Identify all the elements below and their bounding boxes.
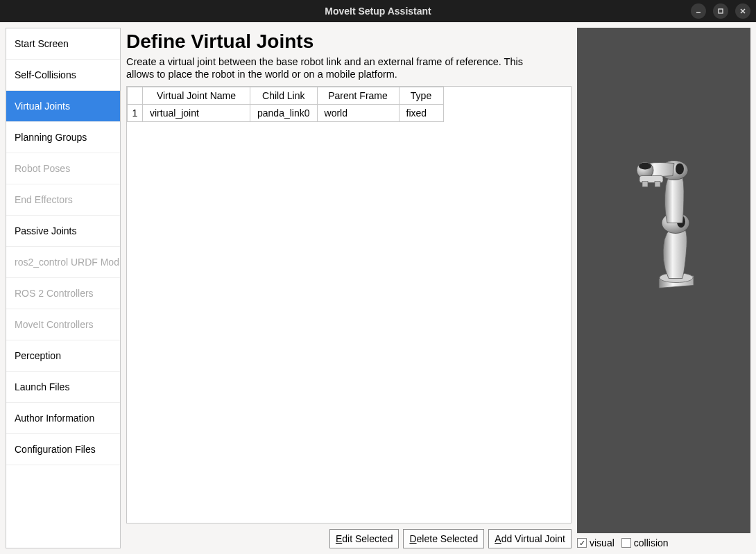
virtual-joints-table[interactable]: Virtual Joint Name Child Link Parent Fra…	[127, 87, 444, 122]
titlebar-controls	[691, 3, 750, 19]
close-button[interactable]	[735, 3, 750, 19]
maximize-icon	[717, 8, 724, 15]
sidebar-item-self-collisions[interactable]: Self-Collisions	[6, 60, 120, 91]
sidebar-item-ros2-controllers: ROS 2 Controllers	[6, 278, 120, 309]
sidebar-item-planning-groups[interactable]: Planning Groups	[6, 122, 120, 153]
minimize-icon	[695, 8, 702, 15]
visual-checkbox-label[interactable]: ✓ visual	[577, 537, 615, 548]
button-row: Edit Selected Delete Selected Add Virtua…	[126, 529, 572, 548]
sidebar-item-launch-files[interactable]: Launch Files	[6, 372, 120, 403]
maximize-button[interactable]	[713, 3, 728, 19]
sidebar-item-start-screen[interactable]: Start Screen	[6, 28, 120, 60]
main-panel: Define Virtual Joints Create a virtual j…	[126, 28, 572, 548]
cell-parent-frame[interactable]: world	[317, 105, 399, 122]
titlebar: MoveIt Setup Assistant	[0, 0, 756, 22]
visual-checkbox[interactable]: ✓	[577, 538, 587, 548]
sidebar-item-ros2-control-urdf: ros2_control URDF Modifications	[6, 247, 120, 278]
sidebar-item-label: Virtual Joints	[15, 101, 70, 112]
collision-checkbox[interactable]	[621, 538, 631, 548]
sidebar-item-robot-poses: Robot Poses	[6, 153, 120, 184]
sidebar-item-configuration-files[interactable]: Configuration Files	[6, 434, 120, 465]
visual-label-text: visual	[590, 537, 615, 548]
page-title: Define Virtual Joints	[126, 31, 572, 53]
app-body: Start Screen Self-Collisions Virtual Joi…	[0, 22, 756, 554]
sidebar-item-label: Configuration Files	[15, 444, 96, 455]
sidebar-item-label: Author Information	[15, 413, 94, 424]
sidebar-item-author-information[interactable]: Author Information	[6, 403, 120, 434]
table-row[interactable]: 1 virtual_joint panda_link0 world fixed	[128, 105, 444, 122]
svg-point-10	[639, 163, 651, 170]
col-header-type[interactable]: Type	[399, 87, 443, 105]
cell-name[interactable]: virtual_joint	[143, 105, 250, 122]
svg-rect-13	[655, 182, 660, 187]
col-header-child-link[interactable]: Child Link	[250, 87, 318, 105]
sidebar-item-label: Planning Groups	[15, 132, 87, 143]
sidebar-item-moveit-controllers: MoveIt Controllers	[6, 309, 120, 340]
right-panel: ✓ visual collision	[577, 28, 750, 548]
sidebar-item-label: Passive Joints	[15, 225, 76, 236]
sidebar-item-label: ROS 2 Controllers	[15, 288, 94, 299]
svg-rect-1	[719, 9, 723, 13]
edit-selected-button[interactable]: Edit Selected	[329, 529, 400, 548]
sidebar-item-label: End Effectors	[15, 194, 73, 205]
collision-label-text: collision	[634, 537, 669, 548]
sidebar-item-passive-joints[interactable]: Passive Joints	[6, 216, 120, 247]
sidebar-item-label: Launch Files	[15, 381, 69, 392]
virtual-joints-table-wrap: Virtual Joint Name Child Link Parent Fra…	[126, 86, 572, 523]
page-description: Create a virtual joint between the base …	[126, 55, 542, 80]
app-window: MoveIt Setup Assistant Start Screen Self…	[0, 0, 756, 554]
window-title: MoveIt Setup Assistant	[325, 6, 431, 17]
robot-arm-icon	[577, 28, 750, 533]
sidebar-item-label: ros2_control URDF Modifications	[15, 257, 120, 268]
svg-point-8	[676, 164, 684, 175]
cell-child-link[interactable]: panda_link0	[250, 105, 318, 122]
svg-rect-12	[642, 182, 648, 187]
sidebar-item-end-effectors: End Effectors	[6, 184, 120, 216]
sidebar-item-label: Start Screen	[15, 38, 69, 49]
sidebar-item-label: Self-Collisions	[15, 69, 76, 80]
viz-controls: ✓ visual collision	[577, 533, 750, 548]
cell-type[interactable]: fixed	[399, 105, 443, 122]
sidebar: Start Screen Self-Collisions Virtual Joi…	[6, 28, 121, 548]
sidebar-item-virtual-joints[interactable]: Virtual Joints	[6, 91, 120, 122]
col-header-name[interactable]: Virtual Joint Name	[143, 87, 250, 105]
collision-checkbox-label[interactable]: collision	[621, 537, 669, 548]
sidebar-item-label: Perception	[15, 350, 61, 361]
col-header-parent-frame[interactable]: Parent Frame	[317, 87, 399, 105]
close-icon	[739, 8, 746, 15]
sidebar-item-label: Robot Poses	[15, 163, 70, 174]
row-number: 1	[128, 105, 143, 122]
delete-selected-button[interactable]: Delete Selected	[403, 529, 484, 548]
robot-visualization[interactable]	[577, 28, 750, 533]
minimize-button[interactable]	[691, 3, 706, 19]
add-virtual-joint-button[interactable]: Add Virtual Joint	[488, 529, 572, 548]
sidebar-item-label: MoveIt Controllers	[15, 319, 94, 330]
sidebar-item-perception[interactable]: Perception	[6, 340, 120, 372]
